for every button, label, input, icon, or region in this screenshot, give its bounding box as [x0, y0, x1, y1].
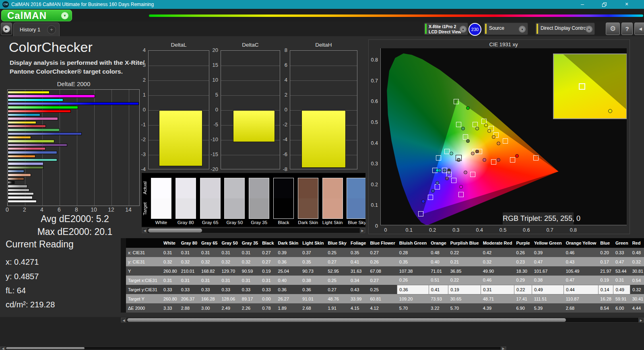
table-scrollbar-thumb[interactable]: [127, 318, 566, 322]
actual-target-strip: Actual Target WhiteGray 80Gray 65Gray 50…: [142, 173, 365, 227]
table-cell: 33.99: [349, 294, 368, 303]
table-cell: 0.31: [219, 248, 239, 257]
table-cell: 0.43: [564, 257, 599, 266]
settings-button[interactable]: ⚙: [606, 23, 620, 35]
table-cell: 0.36: [276, 257, 301, 266]
deltae-bar: [8, 106, 78, 109]
patch-row-scrollbar-thumb[interactable]: [6, 347, 85, 349]
scroll-left-icon[interactable]: ◀: [142, 228, 147, 233]
strip-swatch-target: [298, 198, 318, 218]
scroll-right-icon[interactable]: ▶: [638, 318, 644, 322]
source-status-stripe: [485, 24, 487, 34]
table-cell: 0.35: [300, 257, 326, 266]
table-cell: 60.81: [368, 294, 397, 303]
scroll-right-icon[interactable]: ▶: [501, 347, 506, 350]
restore-button[interactable]: [595, 0, 613, 9]
bottom-bar: ◀ ▶ WhiteGray 80Gray 65Gray 50Gray 35Bla…: [0, 317, 644, 350]
strip-scrollbar[interactable]: ◀ ▶: [142, 228, 365, 233]
minimize-button[interactable]: –: [573, 0, 592, 9]
table-cell: 0.32: [161, 257, 179, 266]
cie-measured-point: [466, 106, 470, 110]
strip-target-label: Target: [142, 198, 149, 220]
table-cell: 111.51: [532, 294, 564, 303]
help-button[interactable]: ?: [621, 23, 633, 35]
strip-swatch: [200, 178, 221, 219]
tab-history-1[interactable]: History 1 +: [13, 23, 60, 36]
axis-tick-label: 4: [132, 47, 146, 53]
gridline: [290, 66, 357, 66]
table-cell: 0.38: [300, 276, 326, 285]
strip-swatch-target: [200, 198, 220, 218]
table-cell: 166.28: [199, 294, 219, 303]
cie-target-square: [444, 149, 450, 154]
table-cell: 0.14: [598, 285, 613, 294]
table-cell: 0.31: [199, 276, 219, 285]
meter-mode: LCD Direct View: [429, 29, 461, 34]
current-reading-fl: fL: 64: [6, 286, 26, 295]
deltae-bar: [8, 121, 36, 124]
scroll-left-icon[interactable]: ◀: [121, 318, 126, 322]
table-column-header: Orange: [429, 238, 448, 248]
table-row: Y260.80210.01168.82129.7090.590.1925.049…: [121, 266, 644, 276]
strip-swatch-label: Blue Sky: [347, 220, 365, 225]
deltal-chart: [148, 50, 209, 169]
scroll-right-icon[interactable]: ▶: [360, 228, 365, 233]
table-cell: 0.28: [397, 248, 429, 257]
gridline: [149, 95, 209, 96]
strip-scrollbar-thumb[interactable]: [148, 229, 202, 233]
table-cell: 0.27: [260, 257, 276, 266]
calman-menu-button[interactable]: CalMAN ▼: [1, 10, 72, 21]
workflow-nav-button[interactable]: ▶: [1, 23, 12, 35]
table-cell: 0.46: [564, 248, 599, 257]
help-icon: ?: [625, 25, 629, 32]
table-cell: 1.89: [276, 303, 301, 313]
table-column-header: Green: [613, 238, 630, 248]
table-column-header: Light Skin: [300, 238, 326, 248]
strip-swatch: [322, 178, 343, 219]
table-cell: 0.21: [448, 257, 481, 266]
table-cell: 2.49: [219, 303, 239, 313]
axis-tick-label: 8: [71, 206, 82, 213]
gridline: [221, 155, 280, 155]
table-cell: 0.31: [161, 248, 179, 257]
max-de2000-stat: Max dE2000: 20.1: [0, 226, 150, 237]
table-cell: 0.34: [349, 276, 368, 285]
tab-label: History 1: [20, 27, 40, 33]
axis-tick-label: 12: [106, 206, 116, 213]
table-row-label: Target y:CIE31: [126, 285, 161, 294]
scroll-left-icon[interactable]: ◀: [0, 347, 6, 350]
table-cell: 0.49: [532, 285, 564, 294]
source-dropdown[interactable]: Source ▼: [484, 23, 528, 35]
meter-dropdown[interactable]: X-Rite i1Pro 2 LCD Direct View ▼: [424, 23, 468, 35]
deltae-bar: [8, 200, 37, 203]
gridline: [149, 80, 209, 81]
table-cell: 3.00: [199, 303, 219, 313]
table-cell: 168.82: [199, 266, 219, 276]
table-column-header: Gray 50: [219, 238, 239, 248]
strip-swatch-target: [347, 198, 365, 218]
table-cell: 0.32: [481, 257, 514, 266]
table-column-header: Blue Flower: [368, 238, 397, 248]
table-scrollbar[interactable]: ◀ ▶: [121, 317, 644, 323]
table-cell: 0.29: [514, 276, 532, 285]
collapse-panel-button[interactable]: ◀: [634, 23, 644, 35]
table-cell: 48.76: [326, 294, 348, 303]
table-row: Target x:CIE310.310.310.310.310.310.310.…: [121, 276, 644, 285]
patch-row-scrollbar[interactable]: ◀ ▶: [0, 346, 506, 350]
add-tab-button[interactable]: +: [47, 25, 56, 34]
avg-de2000-stat: Avg dE2000: 5.2: [0, 214, 150, 224]
deltae-bar: [8, 181, 14, 184]
strip-actual-label: Actual: [142, 177, 149, 199]
axis-tick-label: 4: [37, 206, 47, 213]
strip-swatch-label: Gray 35: [249, 220, 269, 225]
gear-icon: ⚙: [610, 25, 616, 33]
close-button[interactable]: ×: [617, 0, 636, 9]
delta-bar: [233, 110, 275, 142]
table-cell: 0.25: [368, 285, 397, 294]
table-cell: 210.01: [179, 266, 199, 276]
table-cell: 0.33: [161, 285, 179, 294]
table-row-label: x: CIE31: [126, 248, 161, 257]
table-cell: 0.23: [514, 257, 532, 266]
table-cell: 36.85: [448, 266, 481, 276]
display-control-dropdown[interactable]: Direct Display Control ▼: [535, 23, 595, 35]
